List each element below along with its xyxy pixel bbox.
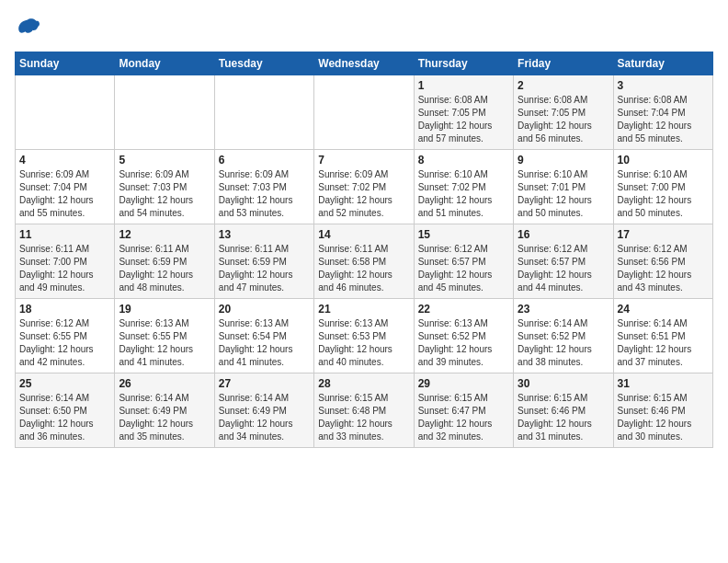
calendar-cell: 3Sunrise: 6:08 AM Sunset: 7:04 PM Daylig…	[613, 75, 712, 150]
calendar-table: SundayMondayTuesdayWednesdayThursdayFrid…	[15, 52, 713, 448]
day-info: Sunrise: 6:15 AM Sunset: 6:48 PM Dayligh…	[318, 392, 409, 443]
calendar-cell: 31Sunrise: 6:15 AM Sunset: 6:46 PM Dayli…	[613, 373, 712, 448]
day-info: Sunrise: 6:13 AM Sunset: 6:54 PM Dayligh…	[219, 317, 310, 369]
day-number: 11	[19, 228, 110, 241]
calendar-week-5: 25Sunrise: 6:14 AM Sunset: 6:50 PM Dayli…	[16, 373, 713, 448]
day-info: Sunrise: 6:11 AM Sunset: 6:59 PM Dayligh…	[219, 243, 310, 294]
calendar-cell: 5Sunrise: 6:09 AM Sunset: 7:03 PM Daylig…	[115, 150, 214, 224]
day-number: 24	[618, 303, 709, 316]
day-info: Sunrise: 6:10 AM Sunset: 7:01 PM Dayligh…	[518, 168, 609, 220]
weekday-header-sunday: Sunday	[16, 52, 115, 75]
calendar-cell: 26Sunrise: 6:14 AM Sunset: 6:49 PM Dayli…	[115, 373, 214, 448]
calendar-cell: 15Sunrise: 6:12 AM Sunset: 6:57 PM Dayli…	[414, 224, 513, 299]
calendar-cell: 13Sunrise: 6:11 AM Sunset: 6:59 PM Dayli…	[214, 224, 313, 299]
calendar-cell: 11Sunrise: 6:11 AM Sunset: 7:00 PM Dayli…	[16, 224, 115, 299]
day-number: 25	[19, 377, 110, 390]
day-info: Sunrise: 6:10 AM Sunset: 7:02 PM Dayligh…	[418, 168, 509, 220]
calendar-cell: 29Sunrise: 6:15 AM Sunset: 6:47 PM Dayli…	[414, 373, 513, 448]
day-number: 12	[119, 228, 210, 241]
calendar-cell: 22Sunrise: 6:13 AM Sunset: 6:52 PM Dayli…	[414, 299, 513, 373]
calendar-cell: 2Sunrise: 6:08 AM Sunset: 7:05 PM Daylig…	[514, 75, 613, 150]
day-number: 28	[318, 377, 409, 390]
day-info: Sunrise: 6:11 AM Sunset: 6:58 PM Dayligh…	[318, 243, 409, 294]
calendar-cell: 12Sunrise: 6:11 AM Sunset: 6:59 PM Dayli…	[115, 224, 214, 299]
day-info: Sunrise: 6:14 AM Sunset: 6:49 PM Dayligh…	[219, 392, 310, 443]
calendar-cell: 16Sunrise: 6:12 AM Sunset: 6:57 PM Dayli…	[514, 224, 613, 299]
calendar-cell: 1Sunrise: 6:08 AM Sunset: 7:05 PM Daylig…	[414, 75, 513, 150]
day-number: 1	[418, 79, 509, 92]
day-number: 27	[219, 377, 310, 390]
calendar-cell: 7Sunrise: 6:09 AM Sunset: 7:02 PM Daylig…	[314, 150, 414, 224]
day-info: Sunrise: 6:08 AM Sunset: 7:05 PM Dayligh…	[418, 94, 509, 145]
day-number: 23	[518, 303, 609, 316]
calendar-cell: 9Sunrise: 6:10 AM Sunset: 7:01 PM Daylig…	[514, 150, 613, 224]
day-info: Sunrise: 6:15 AM Sunset: 6:46 PM Dayligh…	[618, 392, 709, 443]
calendar-week-1: 1Sunrise: 6:08 AM Sunset: 7:05 PM Daylig…	[16, 75, 713, 150]
day-info: Sunrise: 6:12 AM Sunset: 6:57 PM Dayligh…	[518, 243, 609, 294]
calendar-week-4: 18Sunrise: 6:12 AM Sunset: 6:55 PM Dayli…	[16, 299, 713, 373]
calendar-cell: 27Sunrise: 6:14 AM Sunset: 6:49 PM Dayli…	[214, 373, 313, 448]
day-number: 30	[518, 377, 609, 390]
calendar-cell: 4Sunrise: 6:09 AM Sunset: 7:04 PM Daylig…	[16, 150, 115, 224]
day-number: 10	[618, 154, 709, 167]
calendar-cell	[314, 75, 414, 150]
day-info: Sunrise: 6:13 AM Sunset: 6:52 PM Dayligh…	[418, 317, 509, 369]
calendar-week-3: 11Sunrise: 6:11 AM Sunset: 7:00 PM Dayli…	[16, 224, 713, 299]
calendar-cell: 14Sunrise: 6:11 AM Sunset: 6:58 PM Dayli…	[314, 224, 414, 299]
day-info: Sunrise: 6:14 AM Sunset: 6:52 PM Dayligh…	[518, 317, 609, 369]
day-info: Sunrise: 6:13 AM Sunset: 6:55 PM Dayligh…	[119, 317, 210, 369]
calendar-cell	[214, 75, 313, 150]
day-number: 21	[318, 303, 409, 316]
calendar-cell: 20Sunrise: 6:13 AM Sunset: 6:54 PM Dayli…	[214, 299, 313, 373]
weekday-header-monday: Monday	[115, 52, 214, 75]
calendar-cell: 28Sunrise: 6:15 AM Sunset: 6:48 PM Dayli…	[314, 373, 414, 448]
day-number: 13	[219, 228, 310, 241]
day-info: Sunrise: 6:12 AM Sunset: 6:56 PM Dayligh…	[618, 243, 709, 294]
day-number: 22	[418, 303, 509, 316]
day-number: 17	[618, 228, 709, 241]
day-info: Sunrise: 6:08 AM Sunset: 7:05 PM Dayligh…	[518, 94, 609, 145]
calendar-cell: 30Sunrise: 6:15 AM Sunset: 6:46 PM Dayli…	[514, 373, 613, 448]
day-info: Sunrise: 6:09 AM Sunset: 7:03 PM Dayligh…	[219, 168, 310, 220]
page-header	[15, 15, 713, 40]
calendar-cell: 10Sunrise: 6:10 AM Sunset: 7:00 PM Dayli…	[613, 150, 712, 224]
calendar-week-2: 4Sunrise: 6:09 AM Sunset: 7:04 PM Daylig…	[16, 150, 713, 224]
day-info: Sunrise: 6:14 AM Sunset: 6:49 PM Dayligh…	[119, 392, 210, 443]
day-number: 5	[119, 154, 210, 167]
day-info: Sunrise: 6:11 AM Sunset: 6:59 PM Dayligh…	[119, 243, 210, 294]
day-info: Sunrise: 6:14 AM Sunset: 6:50 PM Dayligh…	[19, 392, 110, 443]
weekday-header-wednesday: Wednesday	[314, 52, 414, 75]
day-info: Sunrise: 6:13 AM Sunset: 6:53 PM Dayligh…	[318, 317, 409, 369]
day-info: Sunrise: 6:10 AM Sunset: 7:00 PM Dayligh…	[618, 168, 709, 220]
calendar-cell: 21Sunrise: 6:13 AM Sunset: 6:53 PM Dayli…	[314, 299, 414, 373]
day-number: 8	[418, 154, 509, 167]
weekday-header-thursday: Thursday	[414, 52, 513, 75]
calendar-cell: 18Sunrise: 6:12 AM Sunset: 6:55 PM Dayli…	[16, 299, 115, 373]
calendar-cell: 6Sunrise: 6:09 AM Sunset: 7:03 PM Daylig…	[214, 150, 313, 224]
day-number: 9	[518, 154, 609, 167]
day-number: 19	[119, 303, 210, 316]
weekday-header-saturday: Saturday	[613, 52, 712, 75]
calendar-cell	[16, 75, 115, 150]
day-info: Sunrise: 6:09 AM Sunset: 7:04 PM Dayligh…	[19, 168, 110, 220]
weekday-header-tuesday: Tuesday	[214, 52, 313, 75]
calendar-cell: 17Sunrise: 6:12 AM Sunset: 6:56 PM Dayli…	[613, 224, 712, 299]
day-number: 26	[119, 377, 210, 390]
day-info: Sunrise: 6:15 AM Sunset: 6:47 PM Dayligh…	[418, 392, 509, 443]
day-info: Sunrise: 6:11 AM Sunset: 7:00 PM Dayligh…	[19, 243, 110, 294]
calendar-cell	[115, 75, 214, 150]
day-number: 16	[518, 228, 609, 241]
calendar-cell: 19Sunrise: 6:13 AM Sunset: 6:55 PM Dayli…	[115, 299, 214, 373]
day-number: 2	[518, 79, 609, 92]
day-number: 3	[618, 79, 709, 92]
day-info: Sunrise: 6:12 AM Sunset: 6:57 PM Dayligh…	[418, 243, 509, 294]
calendar-cell: 8Sunrise: 6:10 AM Sunset: 7:02 PM Daylig…	[414, 150, 513, 224]
day-info: Sunrise: 6:09 AM Sunset: 7:02 PM Dayligh…	[318, 168, 409, 220]
calendar-cell: 23Sunrise: 6:14 AM Sunset: 6:52 PM Dayli…	[514, 299, 613, 373]
logo-bird-icon	[15, 15, 40, 40]
day-number: 4	[19, 154, 110, 167]
day-number: 29	[418, 377, 509, 390]
day-info: Sunrise: 6:15 AM Sunset: 6:46 PM Dayligh…	[518, 392, 609, 443]
logo	[15, 15, 44, 40]
day-info: Sunrise: 6:08 AM Sunset: 7:04 PM Dayligh…	[618, 94, 709, 145]
